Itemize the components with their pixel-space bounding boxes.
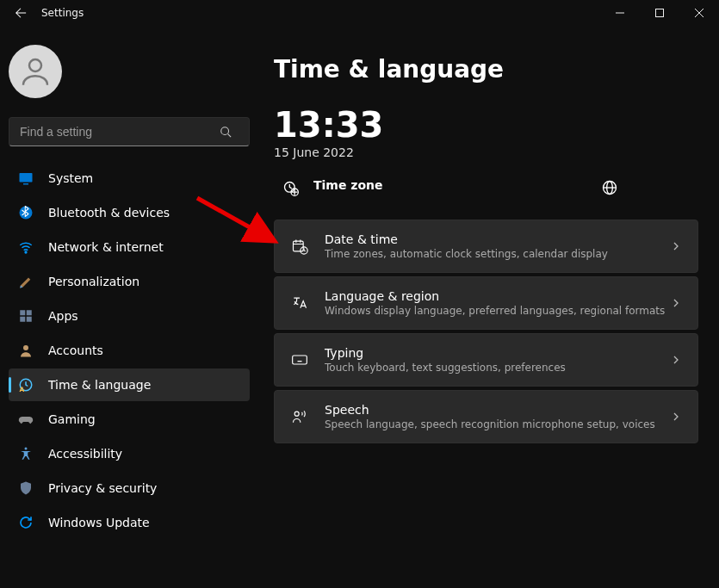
svg-rect-0: [656, 9, 664, 17]
language-region-icon: [290, 294, 309, 313]
svg-point-14: [25, 448, 28, 450]
sidebar-item-label: Bluetooth & devices: [48, 206, 170, 220]
chevron-right-icon: [670, 354, 682, 366]
clock-date: 15 June 2022: [274, 145, 698, 159]
page-title: Time & language: [274, 55, 698, 84]
svg-rect-9: [20, 317, 25, 322]
timezone-clock-icon: [282, 180, 300, 197]
svg-rect-4: [23, 183, 28, 185]
svg-text:A: A: [20, 386, 25, 393]
globe-icon[interactable]: [600, 178, 619, 197]
timezone-row: Time zone: [274, 176, 698, 220]
accessibility-icon: [17, 445, 34, 462]
card-title: Speech: [325, 403, 670, 417]
search-input[interactable]: [9, 117, 250, 146]
card-title: Typing: [325, 346, 670, 360]
chevron-right-icon: [670, 411, 682, 423]
back-button[interactable]: [12, 4, 29, 22]
keyboard-icon: [290, 350, 309, 369]
svg-rect-19: [294, 241, 304, 251]
sidebar-item-label: Personalization: [48, 275, 139, 288]
svg-rect-8: [27, 310, 32, 315]
svg-point-11: [23, 345, 28, 350]
accounts-icon: [17, 342, 34, 359]
sidebar-item-label: Accessibility: [48, 447, 122, 461]
card-language-region[interactable]: Language & region Windows display langua…: [274, 276, 698, 330]
sidebar-item-bluetooth[interactable]: Bluetooth & devices: [9, 196, 250, 229]
wifi-icon: [17, 238, 34, 256]
card-subtitle: Touch keyboard, text suggestions, prefer…: [325, 362, 670, 374]
sidebar-item-accessibility[interactable]: Accessibility: [9, 437, 250, 470]
svg-rect-3: [20, 173, 33, 183]
sidebar-item-label: Apps: [48, 309, 78, 323]
card-date-time[interactable]: Date & time Time zones, automatic clock …: [274, 220, 698, 273]
date-time-icon: [290, 237, 309, 256]
card-speech[interactable]: Speech Speech language, speech recogniti…: [274, 390, 698, 443]
card-title: Date & time: [325, 232, 670, 246]
chevron-right-icon: [670, 240, 682, 252]
sidebar-item-update[interactable]: Windows Update: [9, 506, 250, 539]
card-title: Language & region: [325, 289, 670, 303]
card-subtitle: Time zones, automatic clock settings, ca…: [325, 248, 670, 260]
settings-cards: Date & time Time zones, automatic clock …: [274, 220, 698, 443]
card-text: Typing Touch keyboard, text suggestions,…: [325, 346, 670, 374]
card-text: Speech Speech language, speech recogniti…: [325, 403, 670, 430]
card-text: Language & region Windows display langua…: [325, 289, 670, 317]
svg-point-5: [20, 207, 33, 220]
close-button[interactable]: [679, 0, 719, 26]
card-subtitle: Windows display language, preferred lang…: [325, 305, 670, 317]
card-text: Date & time Time zones, automatic clock …: [325, 232, 670, 260]
sidebar: System Bluetooth & devices Network & int…: [0, 26, 258, 588]
update-icon: [17, 514, 34, 531]
sidebar-item-label: Gaming: [48, 412, 96, 426]
sidebar-item-gaming[interactable]: Gaming: [9, 403, 250, 436]
maximize-button[interactable]: [640, 0, 679, 26]
svg-rect-10: [27, 317, 32, 322]
minimize-button[interactable]: [600, 0, 640, 26]
sidebar-item-system[interactable]: System: [9, 162, 250, 195]
search-box[interactable]: [9, 117, 250, 146]
sidebar-item-apps[interactable]: Apps: [9, 300, 250, 332]
privacy-icon: [17, 480, 34, 497]
sidebar-item-label: Network & internet: [48, 240, 164, 254]
sidebar-item-label: Privacy & security: [48, 481, 157, 495]
svg-rect-7: [20, 310, 25, 315]
sidebar-item-privacy[interactable]: Privacy & security: [9, 472, 250, 504]
chevron-right-icon: [670, 297, 682, 309]
svg-point-2: [221, 127, 229, 135]
personalization-icon: [17, 273, 34, 290]
sidebar-item-label: Windows Update: [48, 516, 150, 529]
svg-point-6: [25, 251, 27, 253]
sidebar-item-accounts[interactable]: Accounts: [9, 334, 250, 367]
window-controls: [600, 0, 719, 26]
sidebar-item-personalization[interactable]: Personalization: [9, 265, 250, 298]
svg-point-22: [294, 412, 299, 416]
time-language-icon: A: [17, 376, 34, 393]
system-icon: [17, 170, 34, 187]
clock-time: 13:33: [274, 108, 698, 142]
user-avatar[interactable]: [9, 45, 62, 98]
search-icon: [219, 125, 232, 139]
svg-rect-21: [293, 356, 307, 364]
sidebar-item-time-language[interactable]: A Time & language: [9, 368, 250, 401]
sidebar-nav: System Bluetooth & devices Network & int…: [9, 162, 250, 539]
app-title: Settings: [41, 7, 84, 19]
titlebar: Settings: [0, 0, 719, 26]
card-subtitle: Speech language, speech recognition micr…: [325, 418, 670, 430]
sidebar-item-label: System: [48, 171, 93, 185]
sidebar-item-label: Accounts: [48, 344, 103, 357]
card-typing[interactable]: Typing Touch keyboard, text suggestions,…: [274, 333, 698, 387]
svg-point-1: [29, 59, 41, 71]
bluetooth-icon: [17, 204, 34, 221]
apps-icon: [17, 307, 34, 325]
timezone-label: Time zone: [313, 178, 383, 192]
gaming-icon: [17, 411, 34, 428]
main-content: Time & language 13:33 15 June 2022 Time …: [258, 26, 719, 588]
sidebar-item-network[interactable]: Network & internet: [9, 231, 250, 263]
speech-icon: [290, 407, 309, 426]
sidebar-item-label: Time & language: [48, 378, 151, 392]
